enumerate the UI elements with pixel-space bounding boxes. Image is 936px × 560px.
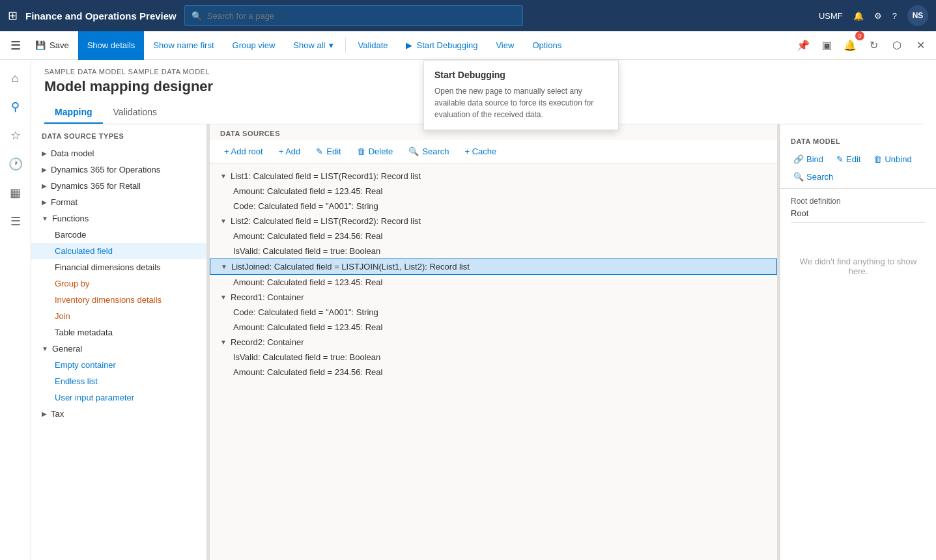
list-item[interactable]: Amount: Calculated field = 123.45: Real <box>210 275 777 290</box>
list-icon[interactable]: ☰ <box>3 208 29 234</box>
filter-icon[interactable]: ⚲ <box>3 94 29 120</box>
refresh-icon[interactable]: ↻ <box>863 35 884 56</box>
list-item[interactable]: Code: Calculated field = "A001": String <box>210 305 777 320</box>
close-button[interactable]: ✕ <box>910 35 931 56</box>
list-item[interactable]: ▼ List2: Calculated field = LIST(Record2… <box>210 214 777 229</box>
tab-mapping[interactable]: Mapping <box>44 102 103 124</box>
edit-icon: ✎ <box>836 154 844 164</box>
list-item[interactable]: Amount: Calculated field = 123.45: Real <box>210 184 777 199</box>
link-icon: 🔗 <box>793 154 804 164</box>
list-item[interactable]: ▼ ListJoined: Calculated field = LISTJOI… <box>210 259 777 275</box>
edit-button[interactable]: ✎ Edit <box>309 144 347 159</box>
global-search-box[interactable]: 🔍 <box>184 5 523 26</box>
sidebar-item-tax[interactable]: ▶ Tax <box>31 406 206 422</box>
sidebar-item-empty-container[interactable]: Empty container <box>31 357 206 373</box>
bind-button[interactable]: 🔗 Bind <box>788 152 829 167</box>
app-title: Finance and Operations Preview <box>25 10 177 21</box>
sidebar-item-endless-list[interactable]: Endless list <box>31 373 206 389</box>
home-icon[interactable]: ⌂ <box>3 65 29 91</box>
group-view-button[interactable]: Group view <box>223 31 285 60</box>
search-icon: 🔍 <box>408 147 419 156</box>
sidebar-item-d365-retail[interactable]: ▶ Dynamics 365 for Retail <box>31 178 206 194</box>
notifications-badge-button[interactable]: 🔔 0 <box>840 35 860 56</box>
list-item[interactable]: ▼ Record2: Container <box>210 335 777 350</box>
add-button[interactable]: + Add <box>272 144 307 159</box>
sidebar-item-data-model[interactable]: ▶ Data model <box>31 145 206 161</box>
star-icon[interactable]: ☆ <box>3 122 29 148</box>
data-sources-panel: DATA SOURCES + Add root + Add ✎ Edit 🗑 D… <box>210 124 777 560</box>
search-datasource-button[interactable]: 🔍 Search <box>402 144 455 159</box>
sidebar-item-calculated-field[interactable]: Calculated field <box>31 243 206 259</box>
validate-button[interactable]: Validate <box>348 31 397 60</box>
app-grid-icon[interactable]: ⊞ <box>8 8 18 23</box>
collapse-arrow-format: ▶ <box>42 199 47 206</box>
hamburger-menu-button[interactable]: ☰ <box>5 31 26 60</box>
sidebar-item-group-by[interactable]: Group by <box>31 275 206 292</box>
cache-button[interactable]: + Cache <box>458 144 503 159</box>
pin-icon[interactable]: 📌 <box>793 35 814 56</box>
user-avatar[interactable]: NS <box>907 5 928 26</box>
sidebar-item-financial-dimensions[interactable]: Financial dimensions details <box>31 259 206 275</box>
sidebar-item-join[interactable]: Join <box>31 308 206 324</box>
help-icon[interactable]: ? <box>892 11 897 21</box>
list-item[interactable]: Code: Calculated field = "A001": String <box>210 199 777 214</box>
notification-icon[interactable]: 🔔 <box>853 11 864 21</box>
start-debugging-button[interactable]: ▶ Start Debugging <box>397 31 487 60</box>
start-debugging-tooltip: Start Debugging Open the new page to man… <box>423 60 619 130</box>
sidebar-item-functions[interactable]: ▼ Functions <box>31 210 206 227</box>
list-item[interactable]: ▼ List1: Calculated field = LIST(Record1… <box>210 169 777 184</box>
notification-count-badge: 0 <box>855 31 864 40</box>
three-panels: DATA SOURCE TYPES ▶ Data model ▶ Dynamic… <box>31 124 936 560</box>
options-button[interactable]: Options <box>523 31 571 60</box>
edit-icon: ✎ <box>316 147 323 156</box>
list-item[interactable]: Amount: Calculated field = 234.56: Real <box>210 229 777 244</box>
data-source-types-title: DATA SOURCE TYPES <box>31 132 206 145</box>
sidebar-item-general[interactable]: ▼ General <box>31 341 206 357</box>
expand-arrow: ▼ <box>220 173 227 180</box>
list-item[interactable]: Amount: Calculated field = 123.45: Real <box>210 320 777 335</box>
data-model-toolbar: 🔗 Bind ✎ Edit 🗑 Unbind 🔍 Search <box>780 148 936 189</box>
show-name-first-button[interactable]: Show name first <box>144 31 223 60</box>
trash-icon: 🗑 <box>873 154 882 164</box>
sidebar-item-d365-operations[interactable]: ▶ Dynamics 365 for Operations <box>31 161 206 178</box>
tab-validations[interactable]: Validations <box>103 102 167 124</box>
data-model-title: DATA MODEL <box>780 132 936 148</box>
user-company-label: USMF <box>819 11 843 21</box>
sidebar-item-table-metadata[interactable]: Table metadata <box>31 324 206 341</box>
separator <box>345 38 346 53</box>
tooltip-title: Start Debugging <box>434 70 608 80</box>
grid-icon[interactable]: ▦ <box>3 180 29 206</box>
root-definition-section: Root definition Root <box>780 189 936 231</box>
panel-icon[interactable]: ▣ <box>816 35 837 56</box>
show-all-button[interactable]: Show all ▾ <box>284 31 343 60</box>
show-details-button[interactable]: Show details <box>78 31 145 60</box>
sidebar-item-barcode[interactable]: Barcode <box>31 227 206 243</box>
expand-arrow-general: ▼ <box>42 345 48 352</box>
clock-icon[interactable]: 🕐 <box>3 151 29 177</box>
collapse-arrow-d365ops: ▶ <box>42 166 47 173</box>
cmd-bar-right-section: 📌 ▣ 🔔 0 ↻ ⬡ ✕ <box>793 35 931 56</box>
right-edit-button[interactable]: ✎ Edit <box>831 152 866 167</box>
top-navigation-bar: ⊞ Finance and Operations Preview 🔍 USMF … <box>0 0 936 31</box>
global-search-input[interactable] <box>207 11 516 21</box>
sidebar-item-format[interactable]: ▶ Format <box>31 194 206 210</box>
list-item[interactable]: IsValid: Calculated field = true: Boolea… <box>210 350 777 365</box>
list-item[interactable]: IsValid: Calculated field = true: Boolea… <box>210 244 777 259</box>
search-icon: 🔍 <box>191 11 202 21</box>
sidebar-item-inventory-dimensions[interactable]: Inventory dimensions details <box>31 292 206 308</box>
sidebar-item-user-input[interactable]: User input parameter <box>31 389 206 406</box>
save-button[interactable]: 💾 Save <box>26 31 78 60</box>
list-item[interactable]: Amount: Calculated field = 234.56: Real <box>210 365 777 380</box>
search-icon: 🔍 <box>793 172 804 182</box>
unbind-button[interactable]: 🗑 Unbind <box>868 152 916 167</box>
view-button[interactable]: View <box>487 31 523 60</box>
settings-icon[interactable]: ⚙ <box>874 11 882 21</box>
right-search-button[interactable]: 🔍 Search <box>788 169 838 184</box>
content-area: SAMPLE DATA MODEL SAMPLE DATA MODEL Mode… <box>31 60 936 560</box>
tooltip-body: Open the new page to manually select any… <box>434 85 608 120</box>
open-in-new-icon[interactable]: ⬡ <box>886 35 907 56</box>
add-root-button[interactable]: + Add root <box>218 144 270 159</box>
list-item[interactable]: ▼ Record1: Container <box>210 290 777 305</box>
delete-button[interactable]: 🗑 Delete <box>350 144 400 159</box>
data-sources-tree: ▼ List1: Calculated field = LIST(Record1… <box>210 163 777 560</box>
